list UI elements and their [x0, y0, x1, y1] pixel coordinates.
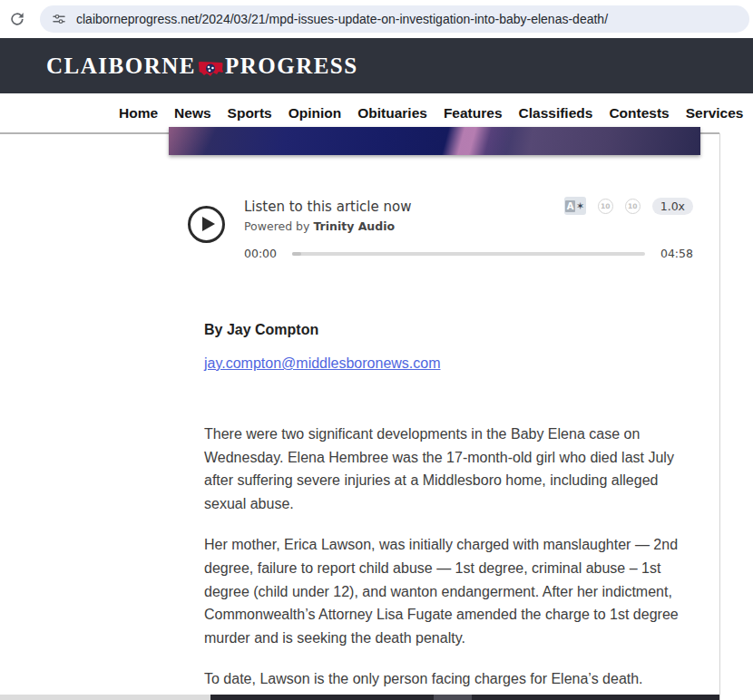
skip-forward-10-icon[interactable]: 10	[625, 199, 641, 214]
address-bar[interactable]: claiborneprogress.net/2024/03/21/mpd-iss…	[40, 5, 749, 33]
site-logo[interactable]: CLAIBORNE PROGRESS	[46, 53, 358, 79]
audio-player-controls: A ✶ 10 10 1.0x	[564, 197, 693, 215]
site-logo-text-right: PROGRESS	[225, 53, 358, 79]
progress-track[interactable]	[292, 252, 645, 256]
powered-by: Powered by Trinity Audio	[244, 219, 693, 233]
article-body: There were two significant developments …	[204, 423, 680, 700]
content-right-border	[719, 133, 720, 700]
site-logo-text-left: CLAIBORNE	[46, 53, 196, 79]
url-text[interactable]: claiborneprogress.net/2024/03/21/mpd-iss…	[76, 12, 608, 26]
play-button[interactable]	[188, 206, 225, 243]
tennessee-flag-icon	[197, 58, 224, 75]
translate-star-glyph: ✶	[576, 200, 584, 212]
nav-item[interactable]: Obituaries	[357, 105, 427, 122]
powered-by-label: Powered by	[244, 219, 309, 233]
reload-icon[interactable]	[8, 10, 26, 28]
article-paragraph: Her mother, Erica Lawson, was initially …	[204, 533, 680, 649]
bottom-strip-light	[0, 695, 210, 700]
translate-a-glyph: A	[565, 200, 575, 212]
audio-player-body: Listen to this article now A ✶ 10 10 1.0…	[244, 197, 693, 260]
browser-toolbar: claiborneprogress.net/2024/03/21/mpd-iss…	[0, 0, 753, 38]
nav-item[interactable]: Services	[686, 105, 744, 122]
nav-item[interactable]: Home	[119, 105, 158, 122]
nav-item[interactable]: Contests	[609, 105, 669, 122]
site-masthead: CLAIBORNE PROGRESS	[0, 38, 753, 93]
playback-speed-button[interactable]: 1.0x	[652, 198, 693, 215]
nav-item[interactable]: Opinion	[288, 105, 342, 122]
listen-title: Listen to this article now	[244, 197, 411, 215]
translate-icon[interactable]: A ✶	[564, 197, 586, 215]
nav-item[interactable]: Features	[444, 105, 503, 122]
nav-item[interactable]: News	[174, 105, 211, 122]
bottom-strip-notch	[434, 695, 472, 700]
article-byline: By Jay Compton	[204, 322, 318, 338]
duration-time: 04:58	[660, 247, 693, 260]
skip-back-10-icon[interactable]: 10	[598, 199, 613, 214]
nav-item[interactable]: Classifieds	[519, 105, 593, 122]
article-hero-image	[169, 127, 700, 155]
trinity-audio-brand[interactable]: Trinity Audio	[313, 219, 395, 233]
audio-player: Listen to this article now A ✶ 10 10 1.0…	[188, 197, 693, 260]
elapsed-time: 00:00	[244, 247, 277, 260]
author-email-link[interactable]: jay.compton@middlesboronews.com	[204, 355, 441, 372]
article-paragraph: There were two significant developments …	[204, 423, 680, 515]
nav-item[interactable]: Sports	[228, 105, 272, 122]
site-settings-icon[interactable]	[52, 12, 66, 26]
browser-window: claiborneprogress.net/2024/03/21/mpd-iss…	[0, 0, 753, 700]
